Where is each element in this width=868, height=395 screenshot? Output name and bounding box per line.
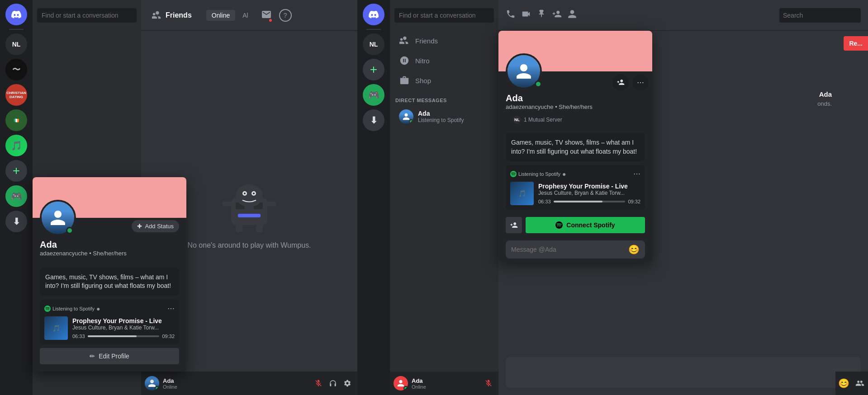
- mute-button-left[interactable]: [312, 377, 325, 390]
- user-bottom-bar-left: Ada Online: [141, 371, 357, 395]
- mute-button-right[interactable]: [482, 377, 495, 390]
- progress-left: 06:33 09:32: [72, 334, 175, 339]
- server-icon-spotify[interactable]: 🎵: [5, 135, 27, 156]
- server-icon-nl-right[interactable]: NL: [363, 33, 384, 55]
- spotify-track-right: 🎵 Prophesy Your Promise - Live Jesus Cul…: [510, 182, 640, 205]
- server-icon-music[interactable]: 〜: [5, 59, 27, 80]
- user-info-right: Ada Online: [412, 377, 479, 390]
- ada-subtitle: onds.: [817, 100, 832, 107]
- dm-search-input-left[interactable]: [37, 8, 137, 23]
- spotify-card-left: Listening to Spotify ● ⋯ 🎵 Prophesy Your…: [40, 300, 179, 344]
- mutual-servers: NL 1 Mutual Server: [506, 116, 645, 127]
- headset-button-left[interactable]: [327, 377, 339, 390]
- profile-name-right: Ada: [506, 93, 645, 103]
- bottom-right-icons: 😊: [835, 371, 868, 395]
- server-icon-game[interactable]: 🎮: [5, 185, 27, 207]
- profile-avatar-area-left: ✚ Add Status: [33, 200, 186, 236]
- discord-logo-left[interactable]: [5, 4, 27, 25]
- emoji-icon-ada[interactable]: 😊: [628, 244, 640, 255]
- notification-badge: [268, 18, 273, 23]
- discord-logo-right[interactable]: [363, 4, 384, 25]
- all-tab[interactable]: Al: [237, 10, 253, 21]
- notification-icon-left[interactable]: [261, 9, 272, 22]
- edit-profile-button[interactable]: ✏ Edit Profile: [40, 348, 179, 364]
- progress-bar-left: [88, 335, 160, 337]
- message-ada-input[interactable]: [511, 246, 628, 253]
- user-controls-left: [312, 377, 354, 390]
- nitro-nav-icon: [399, 55, 410, 66]
- nav-friends-right[interactable]: Friends: [394, 32, 495, 50]
- dm-search-input-right[interactable]: [394, 8, 494, 23]
- top-bar-left: Friends Online Al ?: [141, 0, 357, 31]
- spotify-more-right[interactable]: ⋯: [633, 169, 640, 178]
- spotify-track-info-right: Prophesy Your Promise - Live Jesus Cultu…: [538, 183, 640, 204]
- spotify-track-left: 🎵 Prophesy Your Promise - Live Jesus Cul…: [44, 316, 175, 340]
- user-status-left: Online: [163, 384, 308, 390]
- user-status-right: Online: [412, 384, 479, 390]
- server-download-button[interactable]: ⬇: [5, 211, 27, 232]
- nav-shop-right[interactable]: Shop: [394, 71, 495, 89]
- server-icon-nl[interactable]: NL: [5, 33, 27, 55]
- server-download-right[interactable]: ⬇: [363, 109, 384, 131]
- more-options-btn-right[interactable]: ⋯: [632, 74, 649, 90]
- message-ada-area[interactable]: 😊: [506, 240, 645, 259]
- svg-rect-3: [238, 214, 261, 217]
- server-icon-ireland[interactable]: 🇮🇪: [5, 109, 27, 131]
- shop-nav-label: Shop: [415, 77, 431, 85]
- users-icon-bottom-right[interactable]: [854, 377, 866, 390]
- server-sidebar-left: NL 〜 CHRISTIAN DATING 🇮🇪 🎵 + 🎮 ⬇: [0, 0, 33, 395]
- user-avatar-right[interactable]: [394, 376, 408, 390]
- add-member-icon-right[interactable]: [552, 9, 562, 21]
- server-icon-christian[interactable]: CHRISTIAN DATING: [5, 84, 27, 106]
- profile-username-left: adaezenancyuche • She/her/hers: [40, 250, 179, 257]
- spotify-icon-left: [44, 306, 51, 312]
- progress-fill-left: [88, 335, 137, 337]
- wumpus-graphic: [199, 153, 299, 234]
- server-add-right[interactable]: +: [363, 59, 384, 80]
- add-status-button[interactable]: ✚ Add Status: [132, 220, 179, 232]
- spotify-track-info-left: Prophesy Your Promise - Live Jesus Cultu…: [72, 317, 175, 339]
- call-icon-right[interactable]: [506, 9, 516, 21]
- artist-left: Jesus Culture, Bryan & Katie Torw...: [72, 324, 175, 331]
- nav-tabs-left: Online Al: [206, 10, 254, 21]
- search-input-right[interactable]: [783, 12, 857, 19]
- dm-name-ada: Ada: [418, 110, 489, 117]
- nav-nitro-right[interactable]: Nitro: [394, 52, 495, 70]
- pin-icon-right[interactable]: [536, 9, 546, 21]
- right-panel: NL + 🎮 ⬇ Friends Nitro Shop DIRE: [357, 0, 868, 395]
- spotify-art-left: 🎵: [44, 316, 68, 340]
- red-button-right[interactable]: Re...: [844, 36, 868, 51]
- search-box-right[interactable]: [779, 8, 861, 23]
- help-icon-left[interactable]: ?: [279, 9, 292, 22]
- svg-rect-11: [222, 202, 232, 206]
- spotify-more-left[interactable]: ⋯: [167, 304, 175, 313]
- server-game-right[interactable]: 🎮: [363, 84, 384, 106]
- user-avatar-left[interactable]: [145, 376, 159, 390]
- dm-search-area-left[interactable]: [33, 0, 141, 31]
- left-panel: NL 〜 CHRISTIAN DATING 🇮🇪 🎵 + 🎮 ⬇ Friends…: [0, 0, 357, 395]
- svg-rect-10: [256, 224, 263, 232]
- top-bar-right: [498, 0, 868, 31]
- server-add-button[interactable]: +: [5, 160, 27, 182]
- online-tab[interactable]: Online: [206, 10, 235, 21]
- dm-search-area-right[interactable]: [390, 0, 498, 31]
- profile-online-right: [535, 80, 542, 88]
- progress-bar-right: [554, 201, 626, 202]
- profile-username-right: adaezenancyuche • She/her/hers: [506, 103, 645, 110]
- svg-point-7: [244, 193, 246, 194]
- dm-item-ada[interactable]: Ada Listening to Spotify: [394, 106, 495, 127]
- friends-label-left: Friends: [166, 11, 192, 19]
- empty-text-left: No one's around to play with Wumpus.: [187, 241, 311, 249]
- add-friend-btn-right[interactable]: [612, 74, 629, 90]
- settings-button-left[interactable]: [341, 377, 354, 390]
- emoji-icon-bottom-right[interactable]: 😊: [837, 377, 850, 390]
- profile-icon-right[interactable]: [567, 9, 577, 21]
- friends-button-left[interactable]: Friends: [148, 9, 195, 22]
- video-icon-right[interactable]: [521, 9, 531, 21]
- add-friend-footer-btn[interactable]: [506, 217, 522, 233]
- connect-spotify-button[interactable]: Connect Spotify: [526, 217, 645, 233]
- profile-popup-right: ⋯ Ada adaezenancyuche • She/her/hers NL …: [498, 31, 652, 262]
- progress-fill-right: [554, 201, 602, 202]
- message-input-area-right: [506, 357, 861, 388]
- edit-icon: ✏: [90, 353, 95, 360]
